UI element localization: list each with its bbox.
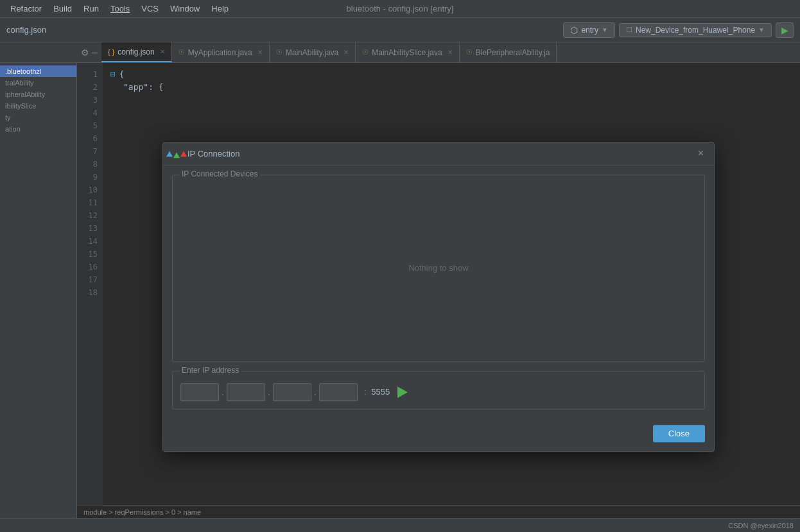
sidebar-item-ipheralability[interactable]: ipheralAbility <box>0 89 76 100</box>
tab-icon-java-1: ☉ <box>178 48 185 56</box>
sidebar-item-ty[interactable]: ty <box>0 112 76 123</box>
dialog-close-button[interactable]: × <box>695 147 706 160</box>
menu-help[interactable]: Help <box>206 2 234 15</box>
toolbar: config.json ⬡ entry ▼ ☐ New_Device_from_… <box>0 18 800 42</box>
tab-config-json[interactable]: { } config.json ✕ <box>101 42 172 62</box>
main-area: .bluetoothzl tralAbility ipheralAbility … <box>0 63 800 518</box>
ip-section-label: Enter IP address <box>179 366 241 375</box>
breadcrumb: module > reqPermissions > 0 > name <box>83 508 201 516</box>
ip-separator-3: . <box>314 387 317 397</box>
tab-close-myapp[interactable]: ✕ <box>257 49 263 56</box>
menu-vcs[interactable]: VCS <box>136 2 164 15</box>
ip-fields-row: . . . : 5555 <box>180 383 697 401</box>
tab-close-config[interactable]: ✕ <box>160 48 165 55</box>
dialog-footer: Close <box>163 418 714 451</box>
logo-tri-red <box>180 151 187 157</box>
status-bar: CSDN @eyexin2018 <box>0 518 800 532</box>
code-fold-icon: ⊟ <box>110 68 116 81</box>
devices-section: IP Connected Devices Nothing to show <box>172 175 705 362</box>
tab-myapplication[interactable]: ☉ MyApplication.java ✕ <box>172 42 270 62</box>
ip-port-value: 5555 <box>371 387 390 397</box>
run-button[interactable]: ▶ <box>776 22 794 38</box>
tab-settings-area: ⚙ – <box>77 42 101 62</box>
ip-separator-2: . <box>268 387 270 397</box>
line-numbers: 1 2 3 4 5 6 7 8 9 10 11 12 13 14 15 16 1… <box>77 63 103 518</box>
tab-icon-json: { } <box>108 48 114 56</box>
status-attribution: CSDN @eyexin2018 <box>728 522 794 529</box>
close-button[interactable]: Close <box>653 425 705 442</box>
sidebar-item-tralability[interactable]: tralAbility <box>0 77 76 89</box>
tabs-bar: ⚙ – { } config.json ✕ ☉ MyApplication.ja… <box>0 42 800 63</box>
ip-octet-1[interactable] <box>180 383 219 401</box>
ip-section: Enter IP address . . . : 5555 <box>172 371 705 409</box>
tab-close-mainabilityslice[interactable]: ✕ <box>448 49 453 56</box>
dialog-title: IP Connection <box>187 149 690 159</box>
ip-separator-1: . <box>222 387 224 397</box>
ip-octet-3[interactable] <box>273 383 311 401</box>
ip-octet-4[interactable] <box>319 383 358 401</box>
editor-area: 1 2 3 4 5 6 7 8 9 10 11 12 13 14 15 16 1… <box>77 63 800 518</box>
menu-build[interactable]: Build <box>48 2 77 15</box>
dialog-icon <box>171 148 182 159</box>
tab-close-mainability[interactable]: ✕ <box>343 49 349 56</box>
tab-icon-java-2: ☉ <box>276 48 283 56</box>
tab-mainabilityslice[interactable]: ☉ MainAbilitySlice.java ✕ <box>356 42 459 62</box>
ip-octet-2[interactable] <box>227 383 265 401</box>
devices-section-label: IP Connected Devices <box>179 169 261 178</box>
tab-icon-java-4: ☉ <box>466 48 473 56</box>
device-dropdown[interactable]: ☐ New_Device_from_Huawei_Phone ▼ <box>619 23 772 37</box>
toolbar-filename: config.json <box>6 25 46 35</box>
menu-bar: Refactor Build Run Tools VCS Window Help… <box>0 0 800 18</box>
dialog-title-bar: IP Connection × <box>163 142 714 166</box>
tab-bleperipheral[interactable]: ☉ BlePeripheralAbility.ja <box>460 42 557 62</box>
dialog-body: IP Connected Devices Nothing to show Ent… <box>163 166 714 418</box>
entry-dropdown[interactable]: ⬡ entry ▼ <box>563 22 615 38</box>
devices-empty-text: Nothing to show <box>408 263 468 273</box>
minimize-icon[interactable]: – <box>92 47 98 58</box>
sidebar: .bluetoothzl tralAbility ipheralAbility … <box>0 63 77 518</box>
ip-connect-button[interactable] <box>397 386 408 398</box>
breadcrumb-bar: module > reqPermissions > 0 > name <box>77 505 800 518</box>
status-right: CSDN @eyexin2018 <box>728 522 794 529</box>
logo-tri-green <box>173 152 180 158</box>
ip-connection-dialog: IP Connection × IP Connected Devices Not… <box>162 142 715 452</box>
menu-refactor[interactable]: Refactor <box>5 2 47 15</box>
window-title: bluetooth - config.json [entry] <box>347 4 454 13</box>
devices-list: Nothing to show <box>173 175 704 361</box>
toolbar-right: ⬡ entry ▼ ☐ New_Device_from_Huawei_Phone… <box>563 22 794 38</box>
sidebar-item-bluetoothzl[interactable]: .bluetoothzl <box>0 65 76 77</box>
play-triangle-icon <box>397 386 408 398</box>
sidebar-item-ibilityslice[interactable]: ibilitySlice <box>0 100 76 112</box>
tab-mainability[interactable]: ☉ MainAbility.java ✕ <box>270 42 356 62</box>
sidebar-item-ation[interactable]: ation <box>0 123 76 135</box>
tab-icon-java-3: ☉ <box>362 48 369 56</box>
logo-tri-blue <box>166 151 173 157</box>
settings-icon[interactable]: ⚙ <box>81 47 89 58</box>
menu-window[interactable]: Window <box>165 2 205 15</box>
menu-run[interactable]: Run <box>78 2 104 15</box>
menu-tools[interactable]: Tools <box>105 2 135 15</box>
ip-port-label: : <box>364 387 367 397</box>
